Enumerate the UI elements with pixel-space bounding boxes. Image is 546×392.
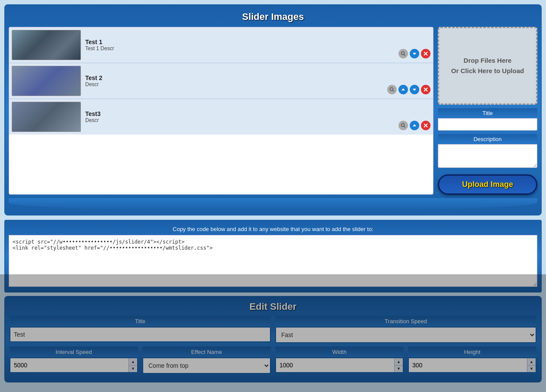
slider-images-title: Slider Images [9,9,537,27]
drop-zone-text: Drop Files Here Or Click Here to Upload [451,55,524,76]
image-item: Test3 Descr [9,99,433,135]
image-name: Test 1 [85,39,394,45]
image-item: Test 1 Test 1 Descr [9,27,433,63]
svg-line-1 [404,55,405,56]
upload-panel: Drop Files Here Or Click Here to Upload … [438,27,537,195]
svg-line-10 [424,88,427,91]
image-info: Test 2 Descr [85,74,383,87]
upload-image-button[interactable]: Upload Image [438,174,537,195]
svg-line-14 [424,124,427,127]
image-description: Test 1 Descr [85,45,394,51]
description-label: Description [438,134,537,144]
image-actions [398,121,430,132]
image-list: Test 1 Test 1 Descr [9,27,434,195]
delete-button[interactable] [421,49,430,58]
svg-line-12 [404,126,405,128]
move-up-button[interactable] [398,85,408,94]
main-content-area: Test 1 Test 1 Descr [9,27,537,195]
svg-point-0 [401,52,405,55]
svg-line-4 [424,52,427,55]
slider-images-section: Slider Images Test 1 Test 1 Descr [4,4,542,215]
svg-marker-13 [413,124,416,126]
search-button[interactable] [387,85,397,94]
title-input[interactable] [438,118,537,131]
svg-line-6 [393,90,394,92]
svg-line-3 [424,52,427,55]
image-description: Descr [85,117,394,123]
svg-line-15 [424,124,427,127]
image-thumbnail [12,102,81,132]
delete-button[interactable] [421,85,430,94]
image-name: Test3 [85,110,394,117]
description-textarea[interactable] [438,144,537,168]
image-thumbnail [12,66,81,96]
image-info: Test3 Descr [85,110,394,123]
svg-marker-8 [413,89,416,91]
search-button[interactable] [398,49,408,58]
delete-button[interactable] [421,121,430,130]
image-info: Test 1 Test 1 Descr [85,39,394,51]
wave-divider [9,198,537,211]
image-description: Descr [85,81,383,87]
title-label: Title [438,108,537,118]
move-down-button[interactable] [410,49,419,58]
svg-point-11 [401,124,405,127]
svg-marker-7 [401,88,405,90]
move-up-button[interactable] [410,121,419,130]
drop-zone[interactable]: Drop Files Here Or Click Here to Upload [438,27,537,105]
description-field-group: Description [438,134,537,169]
code-instruction: Copy the code below and add it to any we… [9,224,537,235]
image-actions [387,85,430,96]
image-thumbnail [12,30,81,60]
move-down-button[interactable] [410,85,419,94]
image-item: Test 2 Descr [9,63,433,99]
svg-point-5 [390,88,393,91]
image-name: Test 2 [85,74,383,81]
svg-line-9 [424,88,427,91]
image-actions [398,49,430,60]
title-field-group: Title [438,108,537,131]
search-button[interactable] [398,121,408,130]
svg-marker-2 [413,53,416,55]
